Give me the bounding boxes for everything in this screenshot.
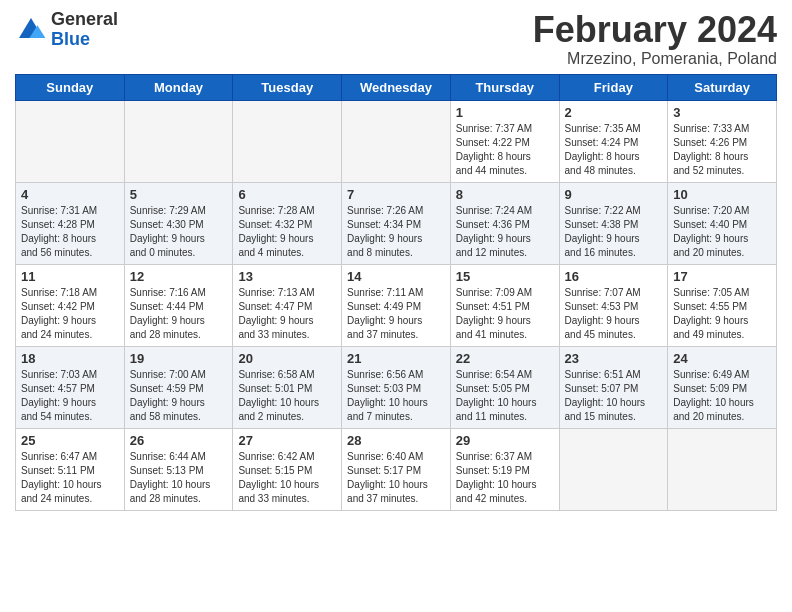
- calendar-cell: 13Sunrise: 7:13 AM Sunset: 4:47 PM Dayli…: [233, 264, 342, 346]
- calendar-week-row: 11Sunrise: 7:18 AM Sunset: 4:42 PM Dayli…: [16, 264, 777, 346]
- day-number: 4: [21, 187, 119, 202]
- day-info: Sunrise: 7:03 AM Sunset: 4:57 PM Dayligh…: [21, 368, 119, 424]
- day-header-saturday: Saturday: [668, 74, 777, 100]
- calendar-cell: 25Sunrise: 6:47 AM Sunset: 5:11 PM Dayli…: [16, 428, 125, 510]
- calendar-cell: 5Sunrise: 7:29 AM Sunset: 4:30 PM Daylig…: [124, 182, 233, 264]
- day-number: 29: [456, 433, 554, 448]
- day-info: Sunrise: 7:09 AM Sunset: 4:51 PM Dayligh…: [456, 286, 554, 342]
- calendar-cell: 28Sunrise: 6:40 AM Sunset: 5:17 PM Dayli…: [342, 428, 451, 510]
- day-number: 6: [238, 187, 336, 202]
- day-info: Sunrise: 7:16 AM Sunset: 4:44 PM Dayligh…: [130, 286, 228, 342]
- calendar-cell: 2Sunrise: 7:35 AM Sunset: 4:24 PM Daylig…: [559, 100, 668, 182]
- calendar-cell: 3Sunrise: 7:33 AM Sunset: 4:26 PM Daylig…: [668, 100, 777, 182]
- day-header-tuesday: Tuesday: [233, 74, 342, 100]
- logo: General Blue: [15, 10, 118, 50]
- month-title: February 2024: [533, 10, 777, 50]
- calendar-cell: 7Sunrise: 7:26 AM Sunset: 4:34 PM Daylig…: [342, 182, 451, 264]
- day-number: 10: [673, 187, 771, 202]
- calendar-cell: 18Sunrise: 7:03 AM Sunset: 4:57 PM Dayli…: [16, 346, 125, 428]
- day-info: Sunrise: 7:07 AM Sunset: 4:53 PM Dayligh…: [565, 286, 663, 342]
- calendar-cell: [668, 428, 777, 510]
- day-number: 17: [673, 269, 771, 284]
- day-info: Sunrise: 6:56 AM Sunset: 5:03 PM Dayligh…: [347, 368, 445, 424]
- day-number: 23: [565, 351, 663, 366]
- day-info: Sunrise: 6:47 AM Sunset: 5:11 PM Dayligh…: [21, 450, 119, 506]
- subtitle: Mrzezino, Pomerania, Poland: [533, 50, 777, 68]
- day-info: Sunrise: 6:37 AM Sunset: 5:19 PM Dayligh…: [456, 450, 554, 506]
- calendar-header-row: SundayMondayTuesdayWednesdayThursdayFrid…: [16, 74, 777, 100]
- day-info: Sunrise: 7:29 AM Sunset: 4:30 PM Dayligh…: [130, 204, 228, 260]
- day-number: 16: [565, 269, 663, 284]
- day-info: Sunrise: 7:26 AM Sunset: 4:34 PM Dayligh…: [347, 204, 445, 260]
- day-info: Sunrise: 7:05 AM Sunset: 4:55 PM Dayligh…: [673, 286, 771, 342]
- calendar-cell: 23Sunrise: 6:51 AM Sunset: 5:07 PM Dayli…: [559, 346, 668, 428]
- calendar-week-row: 25Sunrise: 6:47 AM Sunset: 5:11 PM Dayli…: [16, 428, 777, 510]
- calendar-cell: 8Sunrise: 7:24 AM Sunset: 4:36 PM Daylig…: [450, 182, 559, 264]
- day-info: Sunrise: 7:37 AM Sunset: 4:22 PM Dayligh…: [456, 122, 554, 178]
- calendar-cell: 9Sunrise: 7:22 AM Sunset: 4:38 PM Daylig…: [559, 182, 668, 264]
- calendar-cell: 11Sunrise: 7:18 AM Sunset: 4:42 PM Dayli…: [16, 264, 125, 346]
- day-info: Sunrise: 7:33 AM Sunset: 4:26 PM Dayligh…: [673, 122, 771, 178]
- calendar-cell: 29Sunrise: 6:37 AM Sunset: 5:19 PM Dayli…: [450, 428, 559, 510]
- calendar-cell: [342, 100, 451, 182]
- calendar-cell: 27Sunrise: 6:42 AM Sunset: 5:15 PM Dayli…: [233, 428, 342, 510]
- day-info: Sunrise: 7:11 AM Sunset: 4:49 PM Dayligh…: [347, 286, 445, 342]
- title-area: February 2024 Mrzezino, Pomerania, Polan…: [533, 10, 777, 68]
- day-info: Sunrise: 7:18 AM Sunset: 4:42 PM Dayligh…: [21, 286, 119, 342]
- calendar-cell: 17Sunrise: 7:05 AM Sunset: 4:55 PM Dayli…: [668, 264, 777, 346]
- day-number: 26: [130, 433, 228, 448]
- calendar-cell: 10Sunrise: 7:20 AM Sunset: 4:40 PM Dayli…: [668, 182, 777, 264]
- day-info: Sunrise: 6:58 AM Sunset: 5:01 PM Dayligh…: [238, 368, 336, 424]
- logo-icon: [15, 14, 47, 46]
- day-number: 27: [238, 433, 336, 448]
- day-number: 28: [347, 433, 445, 448]
- day-number: 21: [347, 351, 445, 366]
- day-number: 5: [130, 187, 228, 202]
- day-number: 18: [21, 351, 119, 366]
- calendar-cell: [233, 100, 342, 182]
- day-number: 13: [238, 269, 336, 284]
- day-number: 19: [130, 351, 228, 366]
- calendar-cell: 16Sunrise: 7:07 AM Sunset: 4:53 PM Dayli…: [559, 264, 668, 346]
- day-info: Sunrise: 7:24 AM Sunset: 4:36 PM Dayligh…: [456, 204, 554, 260]
- day-number: 2: [565, 105, 663, 120]
- calendar-table: SundayMondayTuesdayWednesdayThursdayFrid…: [15, 74, 777, 511]
- day-number: 15: [456, 269, 554, 284]
- calendar-cell: 19Sunrise: 7:00 AM Sunset: 4:59 PM Dayli…: [124, 346, 233, 428]
- logo-text: General Blue: [51, 10, 118, 50]
- day-number: 25: [21, 433, 119, 448]
- day-info: Sunrise: 7:28 AM Sunset: 4:32 PM Dayligh…: [238, 204, 336, 260]
- day-info: Sunrise: 6:44 AM Sunset: 5:13 PM Dayligh…: [130, 450, 228, 506]
- day-number: 1: [456, 105, 554, 120]
- day-info: Sunrise: 6:49 AM Sunset: 5:09 PM Dayligh…: [673, 368, 771, 424]
- day-info: Sunrise: 7:35 AM Sunset: 4:24 PM Dayligh…: [565, 122, 663, 178]
- day-info: Sunrise: 7:13 AM Sunset: 4:47 PM Dayligh…: [238, 286, 336, 342]
- day-number: 12: [130, 269, 228, 284]
- calendar-cell: 15Sunrise: 7:09 AM Sunset: 4:51 PM Dayli…: [450, 264, 559, 346]
- day-number: 14: [347, 269, 445, 284]
- day-header-thursday: Thursday: [450, 74, 559, 100]
- calendar-cell: [124, 100, 233, 182]
- calendar-cell: 20Sunrise: 6:58 AM Sunset: 5:01 PM Dayli…: [233, 346, 342, 428]
- day-number: 20: [238, 351, 336, 366]
- day-number: 3: [673, 105, 771, 120]
- day-info: Sunrise: 7:31 AM Sunset: 4:28 PM Dayligh…: [21, 204, 119, 260]
- page-header: General Blue February 2024 Mrzezino, Pom…: [15, 10, 777, 68]
- day-info: Sunrise: 7:00 AM Sunset: 4:59 PM Dayligh…: [130, 368, 228, 424]
- calendar-cell: [16, 100, 125, 182]
- calendar-week-row: 18Sunrise: 7:03 AM Sunset: 4:57 PM Dayli…: [16, 346, 777, 428]
- calendar-cell: 4Sunrise: 7:31 AM Sunset: 4:28 PM Daylig…: [16, 182, 125, 264]
- day-number: 8: [456, 187, 554, 202]
- day-number: 22: [456, 351, 554, 366]
- calendar-cell: 12Sunrise: 7:16 AM Sunset: 4:44 PM Dayli…: [124, 264, 233, 346]
- day-number: 11: [21, 269, 119, 284]
- day-header-monday: Monday: [124, 74, 233, 100]
- day-info: Sunrise: 6:42 AM Sunset: 5:15 PM Dayligh…: [238, 450, 336, 506]
- calendar-cell: 6Sunrise: 7:28 AM Sunset: 4:32 PM Daylig…: [233, 182, 342, 264]
- day-number: 9: [565, 187, 663, 202]
- day-info: Sunrise: 6:54 AM Sunset: 5:05 PM Dayligh…: [456, 368, 554, 424]
- calendar-cell: 24Sunrise: 6:49 AM Sunset: 5:09 PM Dayli…: [668, 346, 777, 428]
- calendar-cell: 26Sunrise: 6:44 AM Sunset: 5:13 PM Dayli…: [124, 428, 233, 510]
- day-number: 7: [347, 187, 445, 202]
- calendar-cell: 22Sunrise: 6:54 AM Sunset: 5:05 PM Dayli…: [450, 346, 559, 428]
